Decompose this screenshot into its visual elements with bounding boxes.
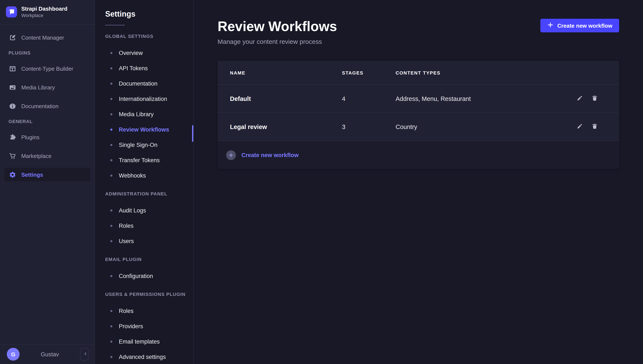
subnav-item-single-sign-on[interactable]: Single Sign-On — [95, 137, 193, 152]
subnav-item-internationalization[interactable]: Internationalization — [95, 91, 193, 106]
bullet-icon — [110, 144, 112, 146]
marketplace-icon — [8, 152, 16, 160]
column-header-stages: STAGES — [342, 70, 396, 75]
subnav-item-api-tokens[interactable]: API Tokens — [95, 60, 193, 76]
workflows-table: NAME STAGES CONTENT TYPES Default 4 Addr… — [218, 61, 619, 169]
bullet-icon — [110, 240, 112, 242]
app-window: Strapi Dashboard Workplace Content Manag… — [0, 0, 643, 364]
sidebar-item-content-type-builder[interactable]: Content-Type Builder — [4, 62, 90, 75]
subnav-item-label: Media Library — [119, 111, 154, 117]
sidebar-item-label: Documentation — [21, 103, 58, 109]
settings-subnav: Settings GLOBAL SETTINGS Overview API To… — [95, 0, 194, 364]
bullet-icon — [110, 82, 112, 84]
create-workflow-button-label: Create new workflow — [557, 22, 612, 29]
sidebar-item-label: Content Manager — [21, 34, 64, 41]
subnav-item-label: Roles — [119, 308, 134, 314]
workflow-stages: 4 — [342, 95, 396, 102]
subnav-item-label: Audit Logs — [119, 207, 146, 214]
subnav-item-up-roles[interactable]: Roles — [95, 303, 193, 318]
plus-icon — [547, 22, 553, 30]
subnav-item-media-library[interactable]: Media Library — [95, 106, 193, 122]
table-row[interactable]: Default 4 Address, Menu, Restaurant — [218, 84, 619, 112]
subnav-item-webhooks[interactable]: Webhooks — [95, 168, 193, 183]
workflow-content-types: Country — [396, 123, 576, 130]
sidebar-item-marketplace[interactable]: Marketplace — [4, 149, 90, 163]
table-row[interactable]: Legal review 3 Country — [218, 112, 619, 140]
table-header-row: NAME STAGES CONTENT TYPES — [218, 61, 619, 84]
subnav-item-label: Documentation — [119, 80, 158, 87]
sidebar-item-label: Plugins — [21, 134, 40, 140]
avatar[interactable]: G — [7, 348, 20, 360]
edit-button[interactable] — [576, 95, 584, 102]
delete-button[interactable] — [590, 95, 598, 102]
create-workflow-button[interactable]: Create new workflow — [540, 19, 619, 32]
subnav-item-admin-roles[interactable]: Roles — [95, 218, 193, 233]
main-sidebar: Strapi Dashboard Workplace Content Manag… — [0, 0, 95, 364]
subnav-section-global-settings: GLOBAL SETTINGS Overview API Tokens Docu… — [95, 33, 193, 183]
subnav-item-overview[interactable]: Overview — [95, 45, 193, 60]
bullet-icon — [110, 310, 112, 312]
subnav-item-admin-users[interactable]: Users — [95, 233, 193, 249]
subnav-title: Settings — [105, 9, 193, 19]
page-header: Review Workflows Manage your content rev… — [218, 19, 619, 46]
chevron-left-icon — [83, 351, 88, 358]
subnav-section-email-plugin: EMAIL PLUGIN Configuration — [95, 256, 193, 284]
strapi-logo-icon — [6, 6, 17, 18]
sidebar-item-settings[interactable]: Settings — [4, 168, 90, 181]
subnav-item-configuration[interactable]: Configuration — [95, 268, 193, 284]
edit-icon — [576, 123, 583, 130]
sidebar-item-media-library[interactable]: Media Library — [4, 80, 90, 94]
subnav-item-transfer-tokens[interactable]: Transfer Tokens — [95, 152, 193, 168]
sidebar-item-content-manager[interactable]: Content Manager — [4, 31, 90, 44]
subnav-item-review-workflows[interactable]: Review Workflows — [95, 122, 193, 137]
subnav-item-providers[interactable]: Providers — [95, 318, 193, 334]
documentation-icon — [8, 102, 16, 110]
app-title: Strapi Dashboard — [21, 6, 68, 12]
active-item-indicator — [192, 125, 193, 142]
bullet-icon — [110, 128, 112, 130]
workflow-name: Legal review — [230, 123, 342, 130]
edit-button[interactable] — [576, 123, 584, 130]
subnav-item-label: Single Sign-On — [119, 142, 158, 148]
user-name: Gustav — [20, 351, 80, 358]
collapse-sidebar-button[interactable] — [80, 348, 88, 360]
bullet-icon — [110, 174, 112, 176]
subnav-item-label: Users — [119, 238, 134, 244]
subnav-item-label: Providers — [119, 323, 143, 329]
subnav-item-label: API Tokens — [119, 65, 148, 71]
sidebar-item-plugins[interactable]: Plugins — [4, 130, 90, 144]
sidebar-section-plugins: PLUGINS — [4, 50, 90, 56]
create-workflow-footer-button[interactable]: Create new workflow — [218, 140, 619, 169]
bullet-icon — [110, 325, 112, 327]
sidebar-item-label: Settings — [21, 171, 43, 178]
subnav-item-label: Webhooks — [119, 172, 146, 178]
delete-icon — [591, 95, 598, 102]
bullet-icon — [110, 67, 112, 69]
subnav-section-label: ADMINISTRATION PANEL — [105, 191, 193, 197]
subnav-item-email-templates[interactable]: Email templates — [95, 334, 193, 349]
workflow-stages: 3 — [342, 123, 396, 130]
delete-button[interactable] — [590, 123, 598, 130]
bullet-icon — [110, 209, 112, 212]
bullet-icon — [110, 275, 112, 277]
subnav-item-label: Internationalization — [119, 96, 167, 102]
subnav-section-administration-panel: ADMINISTRATION PANEL Audit Logs Roles Us… — [95, 191, 193, 249]
sidebar-item-documentation[interactable]: Documentation — [4, 99, 90, 113]
subnav-item-audit-logs[interactable]: Audit Logs — [95, 203, 193, 218]
sidebar-section-general: GENERAL — [4, 118, 90, 124]
content-manager-icon — [8, 34, 16, 41]
bullet-icon — [110, 356, 112, 358]
sidebar-nav: Content Manager PLUGINS Content-Type Bui… — [0, 25, 94, 344]
subnav-item-advanced-settings[interactable]: Advanced settings — [95, 349, 193, 364]
subnav-item-label: Advanced settings — [119, 354, 166, 360]
bullet-icon — [110, 113, 112, 115]
subnav-item-label: Roles — [119, 222, 134, 229]
subnav-item-label: Transfer Tokens — [119, 157, 160, 163]
subnav-section-label: GLOBAL SETTINGS — [105, 33, 193, 39]
settings-gear-icon — [8, 171, 16, 178]
brand[interactable]: Strapi Dashboard Workplace — [0, 0, 94, 24]
page-title: Review Workflows — [218, 19, 337, 34]
bullet-icon — [110, 98, 112, 100]
subnav-item-documentation[interactable]: Documentation — [95, 76, 193, 91]
subnav-section-label: EMAIL PLUGIN — [105, 256, 193, 262]
